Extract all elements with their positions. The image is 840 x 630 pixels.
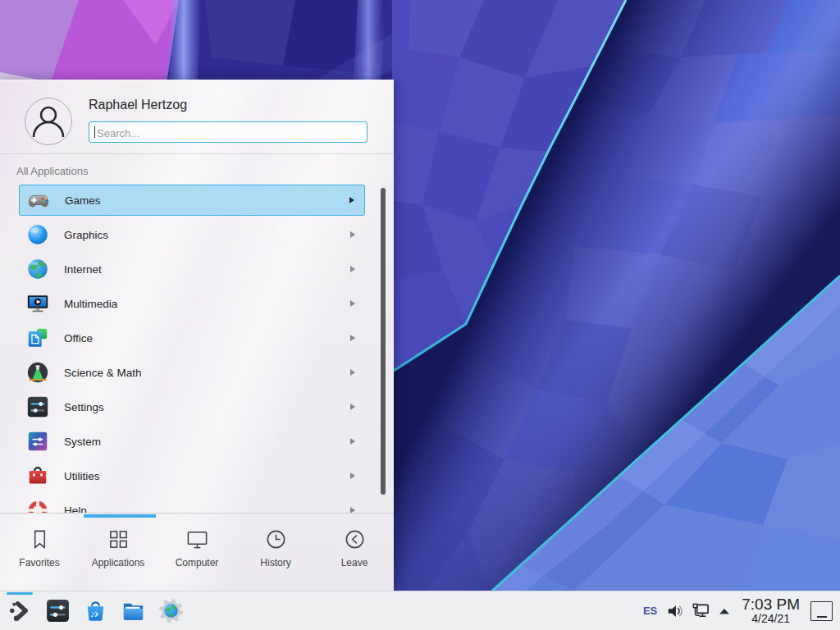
volume-icon [666,602,684,620]
taskbar: ES [0,591,840,630]
discover-icon [82,597,109,624]
system-settings-icon [44,597,71,624]
submenu-arrow-icon [350,266,355,272]
tab-history[interactable]: History [236,518,315,591]
leave-icon [344,528,366,550]
search-input[interactable] [89,121,368,143]
globe-icon [25,257,50,281]
gamepad-icon [26,188,51,212]
submenu-arrow-icon [350,472,355,479]
category-games[interactable]: Games [19,185,365,216]
desktop: Raphael Hertzog All Applications Games [0,0,840,630]
monitor-play-icon [25,291,50,316]
category-label: Help [64,504,87,514]
category-label: Utilities [64,470,100,482]
expand-tray-button[interactable] [718,606,731,616]
category-label: Science & Math [64,367,142,379]
clock-time: 7:03 PM [742,596,800,613]
category-label: Graphics [64,229,108,241]
clock-date: 4/24/21 [742,613,800,625]
user-icon [25,98,71,144]
category-label: Games [65,194,101,207]
submenu-arrow-icon [349,197,354,203]
section-label: All Applications [16,165,88,177]
category-list: Games Graphics [0,185,394,513]
submenu-arrow-icon [350,300,355,307]
sphere-icon [25,222,50,247]
clock-icon [265,528,287,550]
category-system[interactable]: System [19,426,365,457]
category-graphics[interactable]: Graphics [19,219,365,250]
computer-icon [186,528,208,550]
tab-label: Applications [92,557,145,568]
tab-label: Computer [176,557,219,568]
list-scrollbar[interactable] [381,188,386,495]
konqueror-button[interactable] [158,597,185,624]
application-launcher: Raphael Hertzog All Applications Games [0,80,394,591]
lifebuoy-icon [25,498,50,513]
network-icon [692,601,710,620]
user-avatar[interactable] [25,98,72,145]
category-label: Multimedia [64,298,117,310]
category-internet[interactable]: Internet [19,253,365,285]
chevron-up-icon [718,606,731,616]
header-separator [0,153,394,154]
keyboard-layout-indicator[interactable]: ES [641,605,659,617]
flask-icon [25,360,50,385]
toolbox-icon [25,463,50,488]
tab-computer[interactable]: Computer [158,518,236,591]
category-settings[interactable]: Settings [19,391,365,422]
system-tray: ES [641,596,840,625]
volume-button[interactable] [666,602,684,620]
category-label: System [64,436,101,448]
tab-label: History [260,557,290,568]
folder-icon [120,597,147,624]
submenu-arrow-icon [350,335,355,341]
tab-applications[interactable]: Applications [79,518,158,591]
category-multimedia[interactable]: Multimedia [19,288,365,319]
tab-favorites[interactable]: Favorites [0,518,79,591]
tab-label: Leave [341,557,368,568]
dolphin-button[interactable] [120,597,147,624]
sliders-icon [25,395,50,419]
category-label: Settings [64,401,104,413]
category-label: Office [64,332,93,345]
system-settings-button[interactable] [44,597,71,624]
show-desktop-button[interactable] [810,601,833,621]
konqueror-icon [158,597,185,624]
kickoff-icon [7,597,34,624]
discover-button[interactable] [82,597,109,624]
tab-leave[interactable]: Leave [315,518,394,591]
submenu-arrow-icon [350,231,355,238]
submenu-arrow-icon [350,369,355,376]
submenu-arrow-icon [350,404,355,410]
category-utilities[interactable]: Utilities [19,460,365,491]
tab-label: Favorites [19,557,59,568]
category-science-math[interactable]: Science & Math [19,357,365,388]
documents-icon [25,326,50,350]
system-sliders-icon [25,429,50,454]
network-button[interactable] [692,601,710,620]
submenu-arrow-icon [350,507,355,513]
category-help[interactable]: Help [19,495,365,513]
digital-clock[interactable]: 7:03 PM 4/24/21 [738,596,803,625]
taskbar-launchers [0,597,185,624]
category-label: Internet [64,263,102,276]
category-office[interactable]: Office [19,322,365,354]
bookmark-icon [29,528,51,550]
footer-separator [0,513,394,514]
submenu-arrow-icon [350,438,355,445]
active-launcher-indicator [7,592,33,595]
launcher-tab-bar: Favorites Applications C [0,518,394,591]
kickoff-launcher-button[interactable] [7,597,34,624]
grid-icon [107,528,130,550]
user-name: Raphael Hertzog [89,98,187,112]
